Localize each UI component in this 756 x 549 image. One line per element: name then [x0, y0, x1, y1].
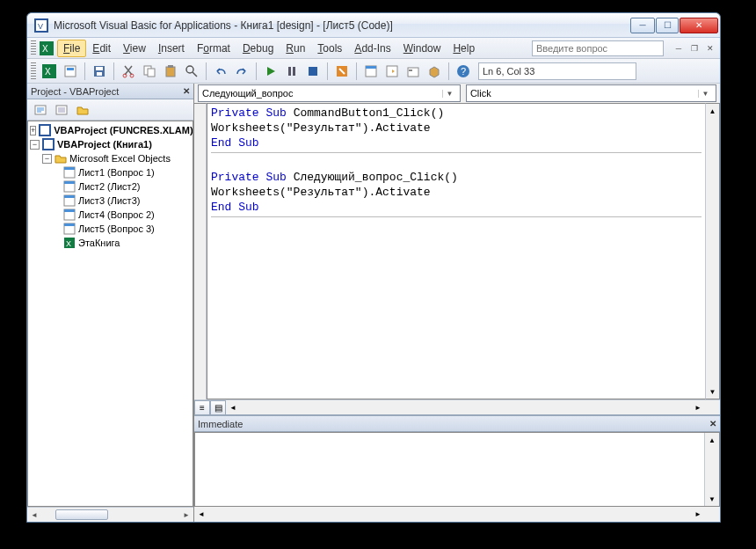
menu-addins[interactable]: Add-Ins: [348, 40, 396, 57]
code-vscrollbar[interactable]: ▲ ▼: [705, 103, 720, 399]
object-browser-button[interactable]: [403, 62, 423, 81]
help-button[interactable]: ?: [454, 62, 473, 81]
maximize-button[interactable]: ☐: [656, 18, 679, 33]
scroll-left-icon[interactable]: ◄: [194, 507, 208, 522]
properties-button[interactable]: [382, 62, 402, 81]
chevron-down-icon: ▼: [698, 90, 712, 98]
tree-node-sheet[interactable]: Лист3 (Лист3): [28, 194, 193, 208]
insert-button[interactable]: [61, 62, 80, 81]
menu-insert[interactable]: Insert: [152, 40, 191, 57]
immediate-input[interactable]: [195, 433, 704, 506]
tree-node-sheet[interactable]: Лист5 (Вопрос 3): [28, 222, 193, 236]
toggle-folders-button[interactable]: [73, 100, 92, 120]
mdi-restore-button[interactable]: ❐: [688, 43, 701, 54]
code-margin[interactable]: [194, 103, 207, 399]
menu-edit[interactable]: Edit: [86, 40, 117, 57]
menu-run[interactable]: Run: [280, 40, 311, 57]
procedure-view-button[interactable]: ≡: [194, 400, 210, 415]
tree-node-sheet[interactable]: Лист2 (Лист2): [28, 179, 193, 194]
mdi-minimize-button[interactable]: ─: [672, 43, 685, 54]
vbaproject-icon: [39, 124, 51, 136]
svg-rect-11: [97, 72, 102, 76]
project-explorer-button[interactable]: [361, 62, 381, 81]
help-search-input[interactable]: [532, 40, 664, 56]
save-button[interactable]: [90, 62, 109, 81]
scroll-down-icon[interactable]: ▼: [706, 384, 719, 399]
project-pane-title-label: Project - VBAProject: [31, 86, 119, 97]
paste-button[interactable]: [161, 62, 180, 81]
scroll-left-icon[interactable]: ◄: [27, 508, 41, 522]
toolbar-grip[interactable]: [31, 62, 36, 80]
code-editor[interactable]: Private Sub CommandButton1_Click() Works…: [207, 103, 705, 399]
code-hscrollbar[interactable]: [240, 400, 691, 414]
immediate-close-icon[interactable]: ✕: [709, 419, 716, 428]
menu-view[interactable]: View: [117, 40, 152, 57]
excel-icon[interactable]: X: [40, 41, 54, 55]
view-excel-button[interactable]: X: [40, 62, 59, 81]
full-module-view-button[interactable]: ▤: [210, 400, 226, 415]
scroll-thumb[interactable]: [55, 509, 108, 520]
procedure-dropdown-value: Click: [470, 88, 491, 99]
worksheet-icon: [63, 194, 76, 207]
scroll-up-icon[interactable]: ▲: [706, 104, 719, 118]
tree-node-sheet[interactable]: Лист1 (Вопрос 1): [28, 165, 193, 179]
toolbox-button[interactable]: [425, 62, 444, 81]
undo-button[interactable]: [211, 62, 230, 81]
project-tree[interactable]: + VBAProject (FUNCRES.XLAM) − VBAProject…: [27, 121, 193, 507]
close-button[interactable]: ✕: [680, 18, 718, 33]
design-mode-button[interactable]: [332, 62, 352, 81]
menu-file[interactable]: FFileile: [57, 40, 86, 57]
scroll-down-icon[interactable]: ▼: [705, 492, 719, 506]
menu-tools[interactable]: Tools: [311, 40, 348, 57]
tree-node-sheet[interactable]: Лист4 (Вопрос 2): [28, 208, 193, 222]
svg-text:X: X: [66, 239, 71, 248]
redo-button[interactable]: [232, 62, 251, 81]
scroll-up-icon[interactable]: ▲: [705, 433, 719, 447]
vba-window: V Microsoft Visual Basic for Application…: [26, 12, 721, 523]
menu-debug[interactable]: Debug: [236, 40, 280, 57]
tree-label: Лист2 (Лист2): [78, 181, 140, 192]
tree-node-funcres[interactable]: + VBAProject (FUNCRES.XLAM): [28, 123, 193, 137]
reset-button[interactable]: [303, 62, 323, 81]
expand-icon[interactable]: +: [30, 126, 36, 135]
collapse-icon[interactable]: −: [42, 154, 52, 164]
titlebar[interactable]: V Microsoft Visual Basic for Application…: [27, 13, 720, 38]
collapse-icon[interactable]: −: [30, 140, 40, 150]
procedure-dropdown[interactable]: Click ▼: [466, 84, 716, 102]
cut-button[interactable]: [119, 62, 138, 81]
immediate-vscrollbar[interactable]: ▲ ▼: [704, 433, 719, 506]
tree-node-book[interactable]: − VBAProject (Книга1): [28, 137, 193, 151]
immediate-pane-title[interactable]: Immediate ✕: [194, 416, 720, 432]
tree-label: Лист5 (Вопрос 3): [78, 223, 155, 234]
find-button[interactable]: [182, 62, 201, 81]
svg-text:X: X: [45, 67, 51, 77]
view-object-button[interactable]: [52, 100, 71, 120]
svg-point-18: [186, 66, 193, 73]
break-button[interactable]: [282, 62, 302, 81]
run-button[interactable]: [261, 62, 280, 81]
minimize-button[interactable]: ─: [630, 18, 655, 33]
menu-format[interactable]: Format: [191, 40, 236, 57]
menu-window[interactable]: Window: [397, 40, 447, 57]
object-dropdown[interactable]: Следующий_вопрос ▼: [198, 84, 461, 102]
svg-rect-8: [67, 68, 74, 70]
svg-rect-34: [40, 126, 49, 135]
scroll-left-icon[interactable]: ◄: [226, 400, 240, 414]
immediate-hscrollbar[interactable]: ◄ ►: [194, 507, 720, 522]
project-pane-title[interactable]: Project - VBAProject ✕: [27, 84, 193, 99]
menu-help[interactable]: Help: [447, 40, 481, 57]
project-hscrollbar[interactable]: ◄ ►: [27, 507, 193, 522]
menubar-grip[interactable]: [31, 40, 36, 56]
scroll-right-icon[interactable]: ►: [691, 400, 705, 414]
view-code-button[interactable]: [31, 100, 50, 120]
project-explorer-pane: Project - VBAProject ✕ + VBAProject (FUN…: [27, 84, 194, 522]
project-pane-close-icon[interactable]: ✕: [183, 86, 190, 96]
scroll-right-icon[interactable]: ►: [179, 508, 193, 522]
worksheet-icon: [63, 180, 76, 193]
tree-node-thisworkbook[interactable]: XЭтаКнига: [28, 236, 193, 250]
mdi-close-button[interactable]: ✕: [704, 43, 716, 54]
tree-node-excel-objects[interactable]: − Microsoft Excel Objects: [28, 151, 193, 165]
worksheet-icon: [63, 209, 76, 221]
scroll-right-icon[interactable]: ►: [691, 507, 705, 522]
copy-button[interactable]: [140, 62, 159, 81]
